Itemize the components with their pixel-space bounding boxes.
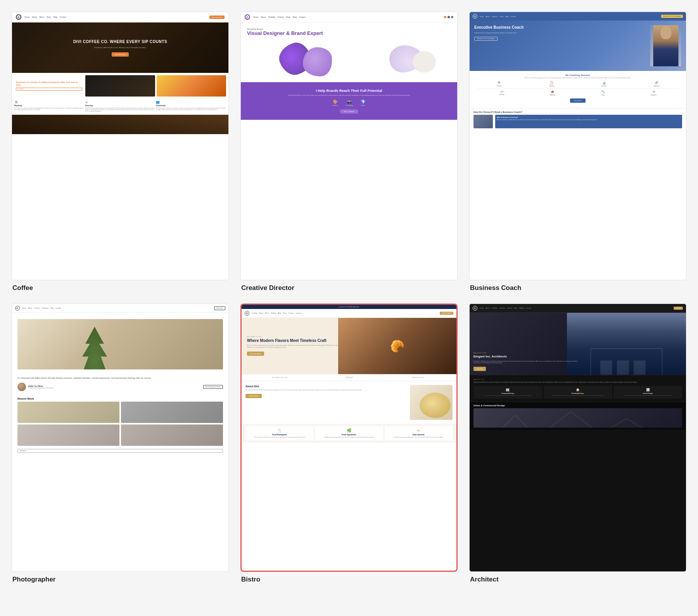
arch-service-title-3: Interior Design	[616, 393, 680, 394]
arch-wires-svg	[473, 408, 682, 428]
coffee-grid: Experience our journey of crafting excep…	[12, 73, 228, 99]
coach-divider	[477, 88, 678, 89]
bistro-top-bar: LOVED FOR GENERATIONS	[242, 305, 456, 309]
coffee-hero: DIVI COFFEE CO. WHERE EVERY SIP COUNTS E…	[12, 22, 228, 73]
bistro-cheese-image	[420, 393, 451, 418]
arch-services-grid: 🏢 Commercial Design Our commercial desig…	[473, 386, 682, 399]
arch-service-body-3: Our interior design services create spac…	[616, 395, 680, 397]
coffee-feature-button[interactable]: Learn More	[16, 88, 82, 91]
photo-profile: Hello! I'm Olivia Professional Photograp…	[17, 383, 223, 391]
research-icon: 🔬	[602, 81, 606, 85]
networking-icon: 🔗	[655, 81, 658, 85]
coach-person-figure	[653, 25, 679, 66]
operations-icon: ⚙	[653, 90, 655, 93]
photo-hero	[12, 313, 228, 373]
coach-card: D Home About Services Team Blog Contact …	[469, 12, 686, 292]
photo-logo: D	[15, 306, 20, 311]
coach-nav-links: Home About Services Team Blog Contact	[480, 16, 516, 17]
arch-service-interior: 🪟 Interior Design Our interior design se…	[613, 386, 682, 399]
bistro-preview[interactable]: LOVED FOR GENERATIONS D Landing About Me…	[240, 304, 458, 572]
arch-hero-button[interactable]: Let's Talk	[473, 367, 486, 371]
coach-nav-button[interactable]: Schedule a Free Consultation	[661, 15, 683, 18]
photo-preview[interactable]: D Home About Portfolio Collection Blog C…	[12, 304, 229, 572]
bistro-about-button[interactable]: LEARN MORE	[245, 394, 262, 398]
creative-hero-title: Visual Designer & Brand Expert	[247, 30, 451, 36]
coffee-features: ☕ Roasting Our Coffee who studies are pe…	[12, 99, 228, 115]
creative-logo: D	[245, 14, 250, 20]
coach-service-marketing: 📣 Marketing	[528, 90, 577, 96]
coffee-label: Coffee	[12, 284, 229, 292]
coach-nav: D Home About Services Team Blog Contact …	[470, 12, 686, 21]
creative-hero: Samantha Bowen Visual Designer & Brand E…	[241, 22, 457, 40]
arch-nav-button[interactable]: Let's Talk	[674, 307, 683, 310]
bistro-about-body: The current event Divi Bistro is a local…	[245, 389, 406, 391]
coach-question-text-box: What Is Business Coaching? Business coac…	[495, 115, 682, 128]
coffee-nav: D Home About Menu Shop Blog Contact Shop…	[12, 12, 228, 22]
coach-learn-button[interactable]: Learn More	[570, 98, 586, 103]
bistro-hero-sub: WELCOME TO DIVI	[247, 336, 344, 338]
planning-label: Planning	[549, 85, 554, 87]
bistro-hero-title: Where Modern Flavors Meet Timeless Craft	[247, 338, 344, 343]
coach-question-title: How Do I Know If I Need a Business Coach…	[473, 111, 682, 113]
photo-avatar	[17, 383, 26, 391]
food-icon: 🍴	[248, 428, 311, 433]
arch-logo: D	[473, 306, 477, 311]
coffee-nav-links: Home About Menu Shop Blog Contact	[24, 16, 66, 18]
bistro-info-weekdays: Weekdays from 8-6pm	[384, 377, 453, 378]
coach-hero-sub: Professional Coaching For Business Owner…	[474, 32, 646, 34]
creative-section-button[interactable]: Book a Sample	[340, 109, 358, 114]
photo-gallery-item-4	[121, 424, 223, 446]
coffee-bottom-image	[12, 115, 228, 134]
creative-preview[interactable]: D Home About Portfolio Project Shop Blog…	[240, 12, 458, 280]
commercial-icon: 🏢	[476, 388, 540, 392]
bistro-hours-label: Open Daily from 10am - 10pm	[272, 377, 288, 378]
arch-hero: ARCHITECTURE Elegant Inc. Architects At …	[470, 313, 686, 375]
coffee-feature-body: Our Coffee who studies are perfection en…	[14, 107, 85, 110]
coffee-bottom-fade	[12, 115, 228, 134]
bistro-hero: 🥐 WELCOME TO DIVI Where Modern Flavors M…	[242, 318, 456, 374]
visioning-label: Visioning	[497, 85, 501, 87]
coach-services: My Coaching Services Whether you need he…	[470, 71, 686, 108]
arch-service-commercial: 🏢 Commercial Design Our commercial desig…	[473, 386, 542, 399]
bistro-about-title: About Divi	[245, 385, 406, 388]
bistro-hero-button[interactable]: BOOK A TABLE	[247, 351, 264, 355]
coffee-community-title: Community	[156, 105, 226, 107]
coffee-hero-subtitle: Experience coffee with all our care. We …	[95, 47, 146, 48]
marketing-label: Marketing	[550, 94, 555, 96]
coach-label: Business Coach	[469, 284, 686, 292]
arch-preview[interactable]: D Home About Portfolio Services Project …	[469, 304, 686, 572]
creative-section-title: I Help Brands Reach Their Full Potential	[247, 88, 451, 93]
photo-profile-role: Professional Photographer in Los Angeles	[28, 387, 54, 389]
coffee-card: D Home About Menu Shop Blog Contact Shop…	[12, 12, 229, 292]
coach-service-research: 🔬 Research	[579, 81, 630, 87]
blob-light-2	[413, 51, 436, 72]
coach-question-text-title: What Is Business Coaching?	[497, 116, 681, 118]
coach-hero-photo	[650, 25, 681, 66]
bistro-date-label: 11/09/04 2025	[345, 377, 352, 378]
interior-icon: 🪟	[616, 388, 680, 392]
coffee-hero-button[interactable]: Shop the menu	[112, 52, 128, 57]
arch-card: D Home About Portfolio Services Project …	[469, 304, 686, 584]
svg-rect-3	[634, 360, 646, 374]
creative-service-brand: 💎 Brand	[361, 100, 365, 106]
coffee-dark-image	[85, 75, 155, 97]
photo-gallery-button[interactable]: Full Portfolio	[17, 449, 223, 453]
svg-marker-14	[487, 415, 543, 428]
photo-gallery	[12, 402, 228, 449]
coffee-preview[interactable]: D Home About Menu Shop Blog Contact Shop…	[12, 12, 229, 280]
photo-nav-button[interactable]: Contact Us	[214, 306, 225, 310]
photo-nav: D Home About Portfolio Collection Blog C…	[12, 304, 228, 313]
coffee-nav-btn[interactable]: Shop the menu	[209, 16, 225, 19]
coach-hero-button[interactable]: Schedule a Free Consultation	[474, 37, 498, 41]
bistro-nav-button[interactable]: BOOK A TABLE	[440, 312, 453, 315]
blob-purple-2	[303, 47, 332, 76]
arch-hero-label: ARCHITECTURE	[473, 352, 578, 354]
coach-service-operations: ⚙ Operations	[629, 90, 679, 96]
coach-preview[interactable]: D Home About Services Team Blog Contact …	[469, 12, 686, 280]
arch-hero-body: At Elegant Inc. Architects, we are dedic…	[473, 361, 578, 364]
coach-service-visioning: 👁 Visioning	[473, 81, 525, 87]
coach-service-hiring: 🔍 Hiring	[579, 90, 628, 96]
coffee-icon: ☕	[14, 100, 85, 104]
photo-profile-button[interactable]: My Photography Portfolio	[203, 385, 223, 389]
branding-icon: 🏷	[501, 90, 503, 93]
